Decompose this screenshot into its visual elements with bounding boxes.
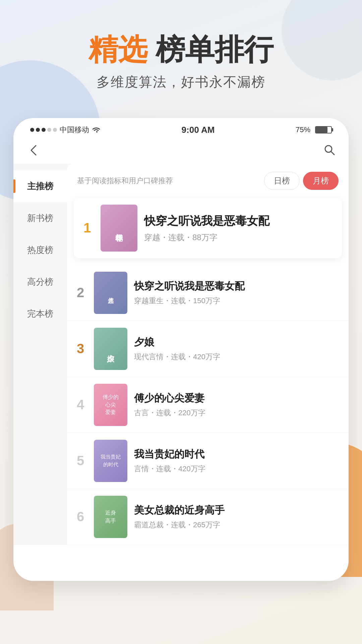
book-meta-5: 言情・连载・420万字: [134, 464, 342, 474]
status-bar: 中国移动 9:00 AM 75%: [13, 118, 349, 140]
book-item-2[interactable]: 2 悠然佳人 快穿之听说我是恶毒女配 穿越重生・连载・150万字: [67, 265, 349, 321]
signal-dot-4: [47, 128, 51, 132]
sidebar-item-main[interactable]: 主推榜: [13, 170, 67, 202]
book-meta-3: 现代言情・连载・420万字: [134, 352, 342, 362]
sidebar-item-new[interactable]: 新书榜: [13, 202, 67, 234]
signal-dot-3: [42, 128, 46, 132]
book-meta-6: 霸道总裁・连载・265万字: [134, 520, 342, 530]
book-list: 2 悠然佳人 快穿之听说我是恶毒女配 穿越重生・连载・150万字 3: [67, 265, 349, 545]
rank-number-2: 2: [74, 285, 87, 300]
book-item-6[interactable]: 6 近身高手 美女总裁的近身高手 霸道总裁・连载・265万字: [67, 489, 349, 545]
book-cover-1: 花样年华: [101, 205, 137, 252]
signal-dots: [30, 128, 57, 132]
sidebar-item-complete[interactable]: 完本榜: [13, 298, 67, 330]
battery-bar: [315, 126, 332, 133]
content-area: 主推榜 新书榜 热度榜 高分榜 完本榜 基于阅读指标和用户口碑推荐 日榜: [13, 164, 349, 545]
rank-number-1: 1: [80, 220, 94, 235]
book-info-3: 夕娘 现代言情・连载・420万字: [134, 335, 342, 362]
book-info-1: 快穿之听说我是恶毒女配 穿越・连载・88万字: [144, 213, 335, 243]
nav-back-button[interactable]: [27, 144, 40, 157]
battery-tip: [332, 128, 333, 131]
signal-dot-5: [53, 128, 57, 132]
sidebar-item-score[interactable]: 高分榜: [13, 266, 67, 298]
search-button[interactable]: [323, 144, 335, 157]
book-cover-2: 悠然佳人: [94, 272, 127, 314]
rank-number-5: 5: [74, 453, 87, 468]
book-title-1: 快穿之听说我是恶毒女配: [144, 213, 335, 228]
book-title-4: 傅少的心尖爱妻: [134, 391, 342, 405]
sidebar-item-score-label: 高分榜: [27, 277, 53, 287]
title-orange: 精选: [88, 33, 147, 66]
sidebar-item-hot[interactable]: 热度榜: [13, 234, 67, 266]
carrier-name: 中国移动: [60, 125, 89, 135]
book-meta-4: 古言・连载・220万字: [134, 408, 342, 418]
book-meta-1: 穿越・连载・88万字: [144, 232, 335, 243]
featured-book-card[interactable]: 1 花样年华 快穿之听说我是恶毒女配 穿越・连载・88万字: [74, 198, 342, 258]
status-left: 中国移动: [30, 125, 101, 135]
sidebar-item-hot-label: 热度榜: [27, 245, 53, 255]
search-icon: [323, 144, 335, 156]
book-cover-6: 近身高手: [94, 496, 127, 538]
tab-daily[interactable]: 日榜: [264, 172, 300, 190]
sidebar: 主推榜 新书榜 热度榜 高分榜 完本榜: [13, 164, 67, 545]
book-title-3: 夕娘: [134, 335, 342, 349]
header-area: 精选 榜单排行 多维度算法，好书永不漏榜: [0, 0, 362, 105]
book-title-2: 快穿之听说我是恶毒女配: [134, 279, 342, 293]
book-info-2: 快穿之听说我是恶毒女配 穿越重生・连载・150万字: [134, 279, 342, 306]
book-cover-img-1: 花样年华: [101, 205, 137, 252]
book-title-6: 美女总裁的近身高手: [134, 503, 342, 517]
book-info-4: 傅少的心尖爱妻 古言・连载・220万字: [134, 391, 342, 418]
filter-description: 基于阅读指标和用户口碑推荐: [77, 176, 173, 186]
book-cover-3: 夕娘: [94, 328, 127, 370]
battery-fill: [316, 127, 327, 133]
sidebar-item-main-label: 主推榜: [27, 181, 53, 191]
book-cover-4: 傅少的心尖爱妻: [94, 384, 127, 426]
title-dark: 榜单排行: [156, 33, 274, 66]
book-item-3[interactable]: 3 夕娘 夕娘 现代言情・连载・420万字: [67, 321, 349, 377]
book-title-5: 我当贵妃的时代: [134, 447, 342, 461]
svg-line-1: [331, 151, 334, 155]
header-subtitle: 多维度算法，好书永不漏榜: [20, 73, 342, 91]
sidebar-item-new-label: 新书榜: [27, 213, 53, 223]
sidebar-item-complete-label: 完本榜: [27, 309, 53, 319]
phone-nav: [13, 140, 349, 164]
filter-bar: 基于阅读指标和用户口碑推荐 日榜 月榜: [67, 164, 349, 198]
battery-pct: 75%: [296, 125, 310, 134]
back-icon: [30, 144, 37, 156]
right-content: 基于阅读指标和用户口碑推荐 日榜 月榜 1 花样年华 快穿之听说我是恶毒女配 穿…: [67, 164, 349, 545]
rank-number-4: 4: [74, 397, 87, 412]
book-info-5: 我当贵妃的时代 言情・连载・420万字: [134, 447, 342, 474]
book-item-4[interactable]: 4 傅少的心尖爱妻 傅少的心尖爱妻 古言・连载・220万字: [67, 377, 349, 433]
status-right: 75%: [296, 125, 332, 134]
signal-dot-1: [30, 128, 34, 132]
tab-monthly[interactable]: 月榜: [303, 172, 339, 190]
book-meta-2: 穿越重生・连载・150万字: [134, 296, 342, 306]
signal-dot-2: [36, 128, 40, 132]
rank-number-3: 3: [74, 341, 87, 356]
wifi-icon: [92, 126, 101, 133]
filter-tabs: 日榜 月榜: [264, 172, 339, 190]
book-item-5[interactable]: 5 我当贵妃的时代 我当贵妃的时代 言情・连载・420万字: [67, 433, 349, 489]
book-cover-5: 我当贵妃的时代: [94, 440, 127, 482]
page-title: 精选 榜单排行: [20, 34, 342, 66]
book-info-6: 美女总裁的近身高手 霸道总裁・连载・265万字: [134, 503, 342, 530]
status-time: 9:00 AM: [182, 125, 215, 135]
phone-mockup: 中国移动 9:00 AM 75%: [13, 118, 349, 581]
rank-number-6: 6: [74, 509, 87, 524]
